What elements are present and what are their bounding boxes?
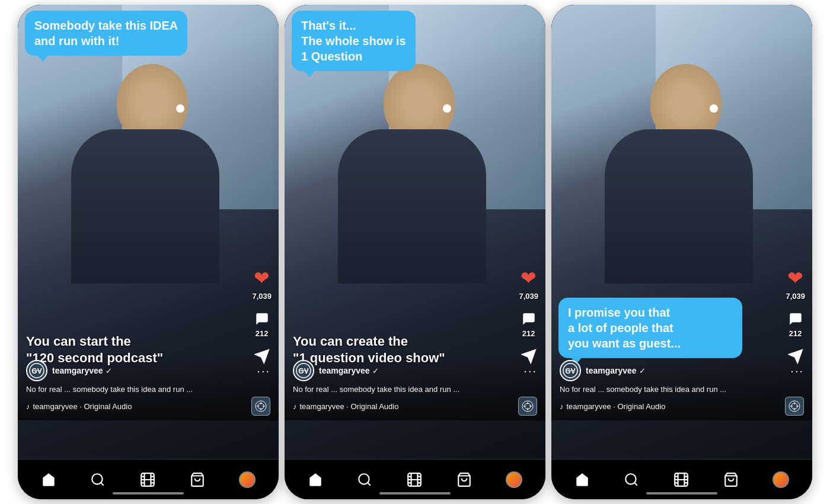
video-area-1[interactable]: Somebody take this IDEAand run with it!Y… <box>18 5 279 459</box>
nav-search[interactable] <box>85 467 110 492</box>
more-options-button[interactable]: ··· <box>257 364 270 378</box>
nav-reels[interactable] <box>135 467 160 492</box>
nav-shop[interactable] <box>452 467 477 492</box>
nav-home[interactable] <box>303 467 328 492</box>
avatar-inner: GV <box>561 361 580 380</box>
audio-info[interactable]: ♪ teamgaryvee · Original Audio <box>560 402 665 411</box>
audio-info[interactable]: ♪ teamgaryvee · Original Audio <box>26 402 132 411</box>
comment-button[interactable]: 212 <box>254 311 270 338</box>
home-icon <box>574 472 590 487</box>
reels-icon <box>407 472 422 487</box>
username: teamgaryvee <box>319 366 370 375</box>
audio-row: ♪ teamgaryvee · Original Audio <box>293 397 537 416</box>
music-note-icon: ♪ <box>26 402 30 411</box>
nav-profile[interactable] <box>768 467 794 493</box>
audio-thumbnail[interactable] <box>518 397 537 416</box>
svg-point-44 <box>626 474 636 484</box>
avatar[interactable]: GV <box>560 360 581 381</box>
user-row: GV teamgaryvee ✓ ··· <box>560 360 804 381</box>
music-note-icon: ♪ <box>560 402 564 411</box>
earphone-icon <box>710 104 718 113</box>
action-buttons: ❤ 7,039 212 <box>252 267 272 364</box>
nav-shop[interactable] <box>719 467 743 492</box>
avatar[interactable]: GV <box>26 360 47 381</box>
caption: No for real ... somebody take this idea … <box>26 385 270 394</box>
nav-reels[interactable] <box>402 467 427 492</box>
user-row: GV teamgaryvee ✓ ··· <box>26 360 270 381</box>
username-row: teamgaryvee ✓ <box>319 366 379 375</box>
person-body <box>605 129 753 283</box>
audio-text: teamgaryvee · Original Audio <box>300 402 399 411</box>
comment-button[interactable]: 212 <box>521 311 537 338</box>
username-row: teamgaryvee ✓ <box>52 366 112 375</box>
avatar-inner: GV <box>294 361 313 380</box>
action-buttons: ❤ 7,039 212 <box>786 267 805 364</box>
nav-home[interactable] <box>570 467 595 492</box>
user-info: GV teamgaryvee ✓ <box>560 360 646 381</box>
shop-icon <box>190 472 205 487</box>
video-area-2[interactable]: That's it...The whole show is1 QuestionY… <box>285 5 545 459</box>
svg-text:GV: GV <box>31 367 42 375</box>
shop-icon <box>456 472 472 487</box>
search-icon <box>90 472 106 487</box>
audio-album-icon <box>255 400 267 412</box>
audio-thumbnail[interactable] <box>785 397 804 416</box>
comment-count: 212 <box>256 329 269 338</box>
audio-album-icon <box>788 400 800 412</box>
garyvee-logo-icon: GV <box>295 362 312 379</box>
audio-album-icon <box>522 400 534 412</box>
verified-badge: ✓ <box>372 366 379 375</box>
more-options-button[interactable]: ··· <box>523 364 537 378</box>
svg-text:GV: GV <box>565 367 575 375</box>
heart-icon: ❤ <box>521 267 537 289</box>
username: teamgaryvee <box>586 366 637 375</box>
more-options-button[interactable]: ··· <box>790 364 804 378</box>
nav-profile[interactable] <box>234 467 260 493</box>
nav-home[interactable] <box>36 467 61 492</box>
svg-line-29 <box>368 483 371 486</box>
comment-count: 212 <box>789 329 802 338</box>
audio-info[interactable]: ♪ teamgaryvee · Original Audio <box>293 402 398 411</box>
comment-icon <box>254 311 270 327</box>
comment-icon <box>788 311 803 327</box>
earphone-icon <box>443 104 451 113</box>
svg-text:GV: GV <box>298 367 308 375</box>
phone-frame-2: That's it...The whole show is1 QuestionY… <box>285 5 545 499</box>
username-row: teamgaryvee ✓ <box>586 366 646 375</box>
reels-icon <box>673 472 689 487</box>
home-bar <box>646 492 717 495</box>
bottom-info: GV teamgaryvee ✓ ··· No for real ... som… <box>285 355 545 420</box>
svg-point-12 <box>92 474 103 484</box>
avatar-inner: GV <box>27 361 46 380</box>
nav-shop[interactable] <box>185 467 210 492</box>
bottom-info: GV teamgaryvee ✓ ··· No for real ... som… <box>18 355 279 420</box>
audio-thumbnail[interactable] <box>251 397 270 416</box>
comment-button[interactable]: 212 <box>788 311 803 338</box>
avatar[interactable]: GV <box>293 360 314 381</box>
garyvee-logo-icon: GV <box>562 362 579 379</box>
reels-icon <box>140 472 155 487</box>
audio-text: teamgaryvee · Original Audio <box>567 402 666 411</box>
home-bar <box>379 492 451 495</box>
caption: No for real ... somebody take this idea … <box>560 385 804 394</box>
speech-bubble: I promise you thata lot of people thatyo… <box>558 298 742 358</box>
nav-search[interactable] <box>619 467 644 492</box>
verified-badge: ✓ <box>639 366 646 375</box>
svg-line-13 <box>101 483 104 486</box>
speech-bubble: That's it...The whole show is1 Question <box>292 11 416 71</box>
earphone-icon <box>176 104 184 113</box>
like-button[interactable]: ❤ 7,039 <box>786 267 805 301</box>
svg-point-28 <box>359 474 369 484</box>
search-icon <box>357 472 372 487</box>
user-info: GV teamgaryvee ✓ <box>26 360 112 381</box>
like-button[interactable]: ❤ 7,039 <box>252 267 272 301</box>
nav-profile[interactable] <box>501 467 527 493</box>
video-area-3[interactable]: I promise you thata lot of people thatyo… <box>551 5 812 459</box>
shop-icon <box>723 472 739 487</box>
audio-text: teamgaryvee · Original Audio <box>33 402 132 411</box>
like-button[interactable]: ❤ 7,039 <box>519 267 538 301</box>
home-icon <box>308 472 323 487</box>
nav-search[interactable] <box>352 467 377 492</box>
home-bar <box>113 492 184 495</box>
nav-reels[interactable] <box>669 467 694 492</box>
